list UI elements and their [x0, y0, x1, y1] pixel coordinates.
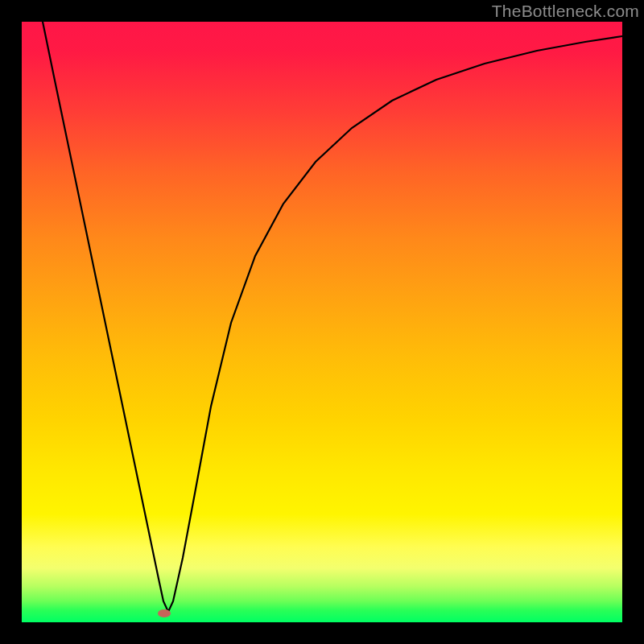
minimum-marker — [158, 609, 171, 617]
chart-svg — [22, 22, 622, 622]
bottleneck-curve — [43, 22, 622, 612]
watermark-text: TheBottleneck.com — [492, 2, 639, 21]
chart-frame — [22, 22, 622, 622]
